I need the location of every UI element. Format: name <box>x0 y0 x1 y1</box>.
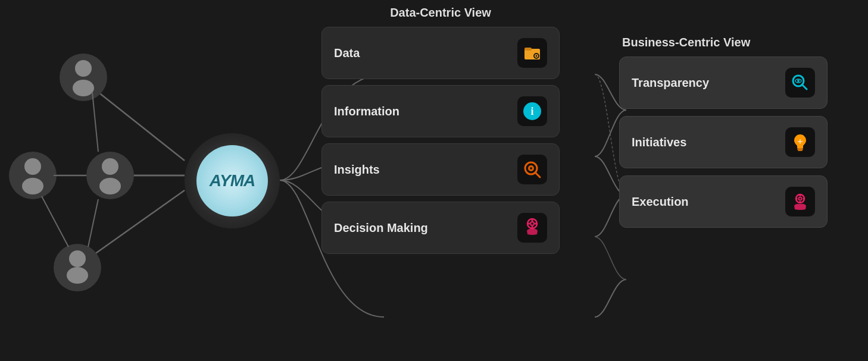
data-card-icon <box>517 38 547 68</box>
business-centric-cards: Transparency Initiatives <box>619 56 828 228</box>
svg-point-6 <box>73 80 94 96</box>
information-card-icon: i <box>517 96 547 126</box>
business-centric-title: Business-Centric View <box>619 36 828 49</box>
data-centric-cards: Data Information i <box>321 27 560 254</box>
svg-rect-43 <box>798 150 803 151</box>
initiatives-card[interactable]: Initiatives <box>619 116 828 168</box>
svg-rect-35 <box>532 226 533 228</box>
logo-section: AYMA <box>185 133 280 228</box>
logo-outer-ring: AYMA <box>185 133 280 228</box>
insights-card-icon <box>517 155 547 184</box>
data-centric-section: Data-Centric View Data Information <box>321 6 560 254</box>
svg-rect-42 <box>797 148 803 150</box>
data-centric-title: Data-Centric View <box>321 6 560 20</box>
transparency-card-label: Transparency <box>632 76 709 90</box>
svg-rect-49 <box>800 195 801 197</box>
svg-line-19 <box>42 196 68 247</box>
business-centric-section: Business-Centric View Transparency Initi… <box>619 36 828 228</box>
svg-point-24 <box>536 55 538 57</box>
execution-card[interactable]: Execution <box>619 175 828 228</box>
svg-rect-52 <box>803 198 805 200</box>
insights-card[interactable]: Insights <box>321 143 560 196</box>
decision-making-card-label: Decision Making <box>334 221 428 235</box>
svg-line-41 <box>802 84 807 89</box>
logo-text: AYMA <box>210 171 255 190</box>
transparency-card-icon <box>785 68 815 98</box>
svg-rect-36 <box>528 223 530 225</box>
initiatives-card-label: Initiatives <box>632 136 686 149</box>
svg-line-30 <box>535 172 540 177</box>
execution-card-icon <box>785 187 815 216</box>
decision-making-card[interactable]: Decision Making <box>321 202 560 254</box>
svg-rect-51 <box>796 198 798 200</box>
information-card-label: Information <box>334 105 399 118</box>
information-card[interactable]: Information i <box>321 85 560 137</box>
svg-line-16 <box>92 92 98 152</box>
svg-point-5 <box>75 60 92 77</box>
data-card-label: Data <box>334 46 360 60</box>
svg-point-29 <box>530 167 532 169</box>
svg-point-15 <box>67 267 88 284</box>
svg-rect-21 <box>524 48 532 51</box>
svg-point-48 <box>800 198 801 200</box>
initiatives-card-icon <box>785 127 815 157</box>
svg-point-9 <box>22 178 43 194</box>
svg-point-8 <box>24 158 41 175</box>
svg-rect-37 <box>535 223 536 225</box>
svg-rect-50 <box>800 201 801 203</box>
execution-card-label: Execution <box>632 195 689 209</box>
svg-point-40 <box>797 80 800 82</box>
svg-point-14 <box>69 250 86 267</box>
svg-line-18 <box>88 199 98 247</box>
svg-point-33 <box>531 222 533 225</box>
svg-point-11 <box>102 158 118 175</box>
svg-rect-34 <box>532 219 533 221</box>
svg-text:i: i <box>530 105 533 117</box>
data-card[interactable]: Data <box>321 27 560 79</box>
transparency-card[interactable]: Transparency <box>619 56 828 109</box>
insights-card-label: Insights <box>334 163 380 177</box>
svg-point-12 <box>99 178 121 194</box>
decision-making-card-icon <box>517 213 547 243</box>
logo-inner-circle: AYMA <box>196 145 268 216</box>
